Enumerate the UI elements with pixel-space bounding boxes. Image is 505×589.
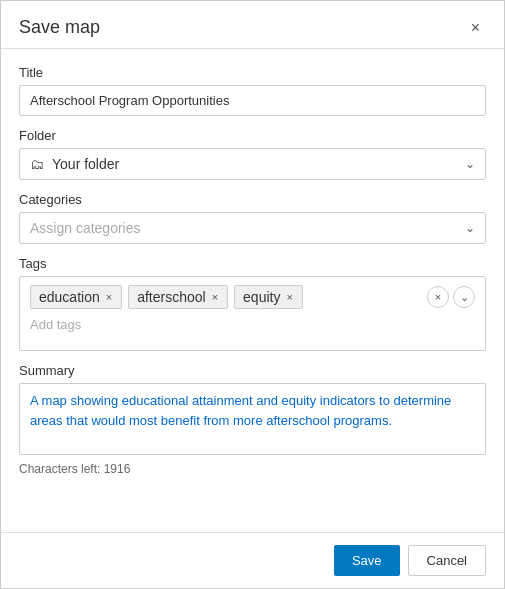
tag-equity-remove[interactable]: × <box>285 292 293 303</box>
title-label: Title <box>19 65 486 80</box>
tag-equity: equity × <box>234 285 303 309</box>
chars-left: Characters left: 1916 <box>19 462 486 476</box>
dialog-title: Save map <box>19 17 100 38</box>
title-input[interactable] <box>19 85 486 116</box>
tag-education-remove[interactable]: × <box>105 292 113 303</box>
tag-education-text: education <box>39 289 100 305</box>
save-button[interactable]: Save <box>334 545 400 576</box>
folder-select-content: 🗂 Your folder <box>30 156 119 172</box>
add-tags-placeholder[interactable]: Add tags <box>30 315 475 334</box>
save-map-dialog: Save map × Title Folder 🗂 Your folder ⌄ … <box>0 0 505 589</box>
summary-wrapper: A map showing educational attainment and… <box>19 383 486 458</box>
tag-afterschool-remove[interactable]: × <box>211 292 219 303</box>
folder-field-group: Folder 🗂 Your folder ⌄ <box>19 128 486 180</box>
tags-row: education × afterschool × equity × × ⌄ <box>30 285 475 309</box>
categories-placeholder: Assign categories <box>30 220 141 236</box>
categories-select[interactable]: Assign categories ⌄ <box>19 212 486 244</box>
categories-field-group: Categories Assign categories ⌄ <box>19 192 486 244</box>
tags-field-group: Tags education × afterschool × equity × <box>19 256 486 351</box>
chevron-down-icon: ⌄ <box>465 157 475 171</box>
tags-label: Tags <box>19 256 486 271</box>
tags-clear-button[interactable]: × <box>427 286 449 308</box>
dialog-footer: Save Cancel <box>1 532 504 588</box>
folder-icon: 🗂 <box>30 156 44 172</box>
tags-container: education × afterschool × equity × × ⌄ <box>19 276 486 351</box>
dialog-header: Save map × <box>1 1 504 49</box>
tags-expand-button[interactable]: ⌄ <box>453 286 475 308</box>
close-button[interactable]: × <box>465 18 486 38</box>
tag-afterschool: afterschool × <box>128 285 228 309</box>
categories-placeholder-text: Assign categories <box>30 220 141 236</box>
folder-label: Folder <box>19 128 486 143</box>
summary-textarea[interactable]: A map showing educational attainment and… <box>19 383 486 455</box>
summary-label: Summary <box>19 363 486 378</box>
summary-field-group: Summary A map showing educational attain… <box>19 363 486 476</box>
tag-afterschool-text: afterschool <box>137 289 205 305</box>
folder-value: Your folder <box>52 156 119 172</box>
tag-education: education × <box>30 285 122 309</box>
tag-equity-text: equity <box>243 289 280 305</box>
title-field-group: Title <box>19 65 486 116</box>
dialog-body: Title Folder 🗂 Your folder ⌄ Categories … <box>1 49 504 532</box>
categories-label: Categories <box>19 192 486 207</box>
cancel-button[interactable]: Cancel <box>408 545 486 576</box>
chevron-down-icon: ⌄ <box>465 221 475 235</box>
folder-select[interactable]: 🗂 Your folder ⌄ <box>19 148 486 180</box>
